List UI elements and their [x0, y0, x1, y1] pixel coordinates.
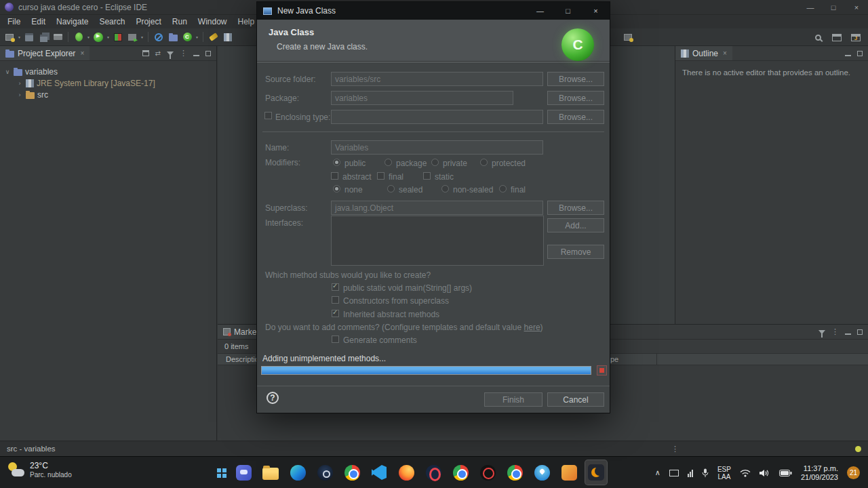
sealing-sealed-label[interactable]: sealed — [399, 185, 422, 195]
name-input[interactable]: Variables — [331, 140, 543, 155]
cancel-button[interactable]: Cancel — [547, 392, 604, 407]
filter-icon[interactable] — [818, 330, 825, 334]
chevron-down-icon[interactable]: ∨ — [4, 68, 11, 75]
clock[interactable]: 11:37 p.m. 21/09/2023 — [801, 464, 838, 482]
start-button[interactable] — [205, 460, 228, 485]
enclosing-type-browse-button[interactable]: Browse... — [547, 110, 604, 124]
superclass-browse-button[interactable]: Browse... — [547, 201, 604, 215]
new-class-icon[interactable]: C — [180, 30, 194, 44]
chevron-right-icon[interactable]: › — [16, 80, 23, 87]
enclosing-type-checkbox[interactable]: ✓ — [264, 112, 272, 119]
vscode-button[interactable] — [368, 460, 391, 485]
new-java-project-icon[interactable] — [166, 30, 180, 44]
chrome-button[interactable] — [340, 460, 363, 485]
collapse-all-icon[interactable] — [142, 50, 149, 56]
chevron-right-icon[interactable]: › — [16, 92, 23, 98]
modifier-protected-radio[interactable] — [480, 159, 488, 166]
interfaces-list[interactable] — [331, 216, 544, 266]
mic-tray-icon[interactable] — [702, 468, 709, 478]
run-dropdown-icon[interactable]: ▼ — [106, 35, 111, 39]
filter-icon[interactable] — [167, 52, 174, 56]
source-folder-browse-button[interactable]: Browse... — [547, 72, 604, 86]
menu-edit[interactable]: Edit — [26, 17, 51, 26]
menu-project[interactable]: Project — [130, 17, 166, 26]
enclosing-type-input[interactable] — [331, 110, 543, 124]
run-icon[interactable] — [92, 30, 105, 44]
save-icon[interactable] — [22, 30, 36, 44]
open-perspective-icon[interactable] — [830, 30, 844, 44]
coverage-icon[interactable] — [111, 30, 125, 44]
external-tools-icon[interactable] — [125, 30, 139, 44]
skip-breakpoints-icon[interactable] — [152, 30, 165, 44]
source-folder-input[interactable]: variables/src — [331, 72, 543, 86]
modifier-final-checkbox[interactable]: ✓ — [377, 172, 384, 180]
sealing-sealed-radio[interactable] — [387, 185, 395, 192]
dialog-maximize-button[interactable]: □ — [554, 2, 582, 20]
package-browse-button[interactable]: Browse... — [547, 91, 604, 105]
steam-button[interactable] — [313, 460, 336, 485]
debug-dropdown-icon[interactable]: ▼ — [86, 35, 91, 39]
sealing-none-label[interactable]: none — [344, 185, 363, 195]
file-explorer-button[interactable] — [259, 460, 282, 485]
project-explorer-close-icon[interactable]: × — [80, 49, 84, 57]
modifier-static-checkbox[interactable]: ✓ — [423, 172, 431, 180]
interfaces-add-button[interactable]: Add... — [547, 218, 604, 232]
stub-main-checkbox[interactable]: ✓ — [332, 283, 339, 291]
sealing-none-radio[interactable] — [333, 185, 340, 192]
eclipse-taskbar-button[interactable] — [585, 460, 608, 485]
modifier-final-label[interactable]: final — [389, 172, 403, 182]
maximize-panel-icon[interactable] — [857, 329, 863, 335]
maximize-panel-icon[interactable] — [857, 51, 863, 56]
menu-file[interactable]: File — [2, 17, 26, 26]
open-type-icon[interactable] — [221, 30, 235, 44]
modifier-public-radio[interactable] — [333, 159, 340, 166]
print-icon[interactable] — [51, 30, 64, 44]
comments-here-link[interactable]: here — [524, 323, 540, 332]
stop-button[interactable] — [597, 365, 607, 375]
modifier-protected-label[interactable]: protected — [492, 159, 526, 168]
new-wizard-dropdown-icon[interactable]: ▼ — [17, 35, 22, 39]
modifier-abstract-checkbox[interactable]: ✓ — [331, 172, 338, 180]
new-class-dropdown-icon[interactable]: ▼ — [195, 35, 199, 39]
photos-app-button[interactable] — [557, 460, 580, 485]
debug-icon[interactable] — [72, 30, 85, 44]
maximize-button[interactable]: □ — [822, 0, 845, 14]
generate-comments-checkbox[interactable]: ✓ — [332, 336, 339, 343]
view-menu-icon[interactable]: ⋮ — [180, 49, 187, 58]
package-input[interactable]: variables — [331, 91, 513, 105]
tab-outline[interactable]: Outline × — [675, 46, 732, 60]
java-perspective-icon[interactable]: J — [849, 30, 863, 44]
generate-comments-label[interactable]: Generate comments — [343, 336, 417, 345]
console-icon[interactable] — [621, 30, 635, 44]
wifi-icon[interactable] — [740, 469, 751, 477]
finish-button[interactable]: Finish — [484, 392, 542, 407]
display-tray-icon[interactable] — [669, 470, 679, 476]
close-button[interactable]: × — [845, 0, 868, 14]
chat-app-button[interactable] — [232, 460, 255, 485]
menu-window[interactable]: Window — [193, 17, 233, 26]
interfaces-remove-button[interactable]: Remove — [547, 245, 604, 259]
language-indicator[interactable]: ESP LAA — [717, 466, 731, 481]
search-flashlight-icon[interactable] — [207, 30, 220, 44]
modifier-static-label[interactable]: static — [435, 172, 454, 182]
tab-project-explorer[interactable]: Project Explorer × — [0, 46, 90, 60]
sealing-non-sealed-radio[interactable] — [441, 185, 449, 192]
modifier-package-radio[interactable] — [384, 159, 392, 166]
superclass-input[interactable]: java.lang.Object — [331, 201, 543, 215]
chrome-profile2-button[interactable] — [503, 460, 526, 485]
outline-close-icon[interactable]: × — [723, 49, 727, 57]
levels-tray-icon[interactable] — [688, 469, 693, 477]
battery-icon[interactable] — [779, 470, 792, 476]
menu-run[interactable]: Run — [167, 17, 193, 26]
sealing-final-radio[interactable] — [499, 185, 507, 192]
menu-navigate[interactable]: Navigate — [51, 17, 94, 26]
modifier-private-label[interactable]: private — [443, 159, 467, 168]
view-menu-icon[interactable]: ⋮ — [831, 327, 839, 336]
maximize-panel-icon[interactable] — [205, 51, 211, 56]
notification-badge[interactable]: 21 — [847, 466, 860, 479]
volume-icon[interactable] — [760, 469, 770, 477]
sealing-final-label[interactable]: final — [511, 185, 526, 195]
tree-item-variables[interactable]: ∨ variables — [0, 66, 216, 77]
stub-inherited-checkbox[interactable]: ✓ — [332, 310, 339, 317]
hidden-icons-chevron-icon[interactable]: ∧ — [655, 468, 660, 477]
